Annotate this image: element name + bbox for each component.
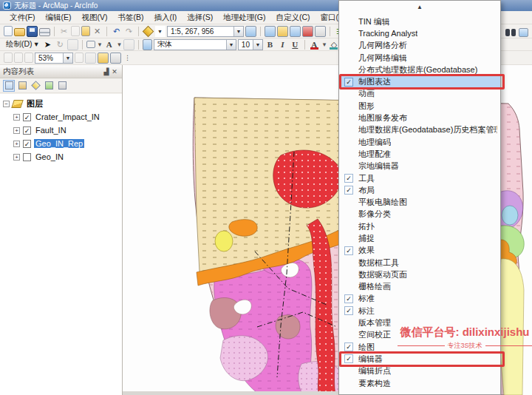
- context-menu-item[interactable]: 地理编码: [339, 136, 500, 148]
- toc-layer-row[interactable]: +Geo_IN: [0, 150, 122, 163]
- paste-icon[interactable]: [81, 26, 90, 36]
- italic-button[interactable]: I: [277, 39, 288, 50]
- shape-dropdown-icon[interactable]: ▾: [97, 41, 103, 48]
- editor-toolbar-icon[interactable]: [245, 26, 256, 37]
- map-scale-combo[interactable]: 1:5, 267, 956 ▼: [167, 26, 244, 37]
- python-window-icon[interactable]: [315, 26, 326, 37]
- context-menu-item[interactable]: ✓制图表达: [339, 75, 500, 87]
- list-by-source-icon[interactable]: [16, 80, 28, 92]
- delete-icon[interactable]: ✕: [92, 26, 103, 37]
- menubar-item[interactable]: 插入(I): [149, 11, 182, 24]
- font-color-dropdown-icon[interactable]: ▾: [321, 41, 327, 48]
- font-size-dropdown-icon[interactable]: ▼: [253, 40, 262, 50]
- underline-button[interactable]: U: [290, 39, 301, 50]
- collapse-icon[interactable]: −: [3, 101, 10, 107]
- context-menu-item[interactable]: 数据框工具: [339, 257, 500, 269]
- toc-layer-row[interactable]: +✓Geo_IN_Rep: [0, 137, 122, 150]
- context-menu-item[interactable]: Tracking Analyst: [339, 27, 500, 39]
- context-menu-item[interactable]: ✓标注: [339, 305, 500, 317]
- menubar-item[interactable]: 文件(F): [4, 11, 40, 24]
- expand-icon[interactable]: +: [13, 141, 20, 147]
- expand-icon[interactable]: +: [13, 127, 20, 134]
- find-icon[interactable]: [505, 29, 516, 36]
- new-document-icon[interactable]: [4, 26, 13, 36]
- toc-layer-row[interactable]: +✓Fault_IN: [0, 124, 122, 137]
- context-menu-item[interactable]: 平板电脑绘图: [339, 196, 500, 208]
- context-menu-item[interactable]: 影像分类: [339, 209, 500, 220]
- layer-label[interactable]: Crater_Impact_IN: [34, 112, 101, 121]
- toc-layer-row[interactable]: +✓Crater_Impact_IN: [0, 110, 122, 124]
- context-menu-item[interactable]: 几何网络编辑: [339, 52, 500, 64]
- change-layout-icon[interactable]: [98, 53, 109, 64]
- context-menu-item[interactable]: 拓扑: [339, 220, 500, 232]
- go-to-xy-icon[interactable]: [519, 28, 528, 37]
- open-icon[interactable]: [14, 28, 25, 36]
- menu-scroll-up-icon[interactable]: ▲: [339, 4, 500, 13]
- select-elements-icon[interactable]: ➤: [42, 39, 53, 50]
- layer-label[interactable]: Geo_IN_Rep: [34, 139, 84, 148]
- save-icon[interactable]: [27, 26, 38, 37]
- expand-icon[interactable]: +: [13, 114, 20, 121]
- context-menu-item[interactable]: 版本管理: [339, 317, 500, 328]
- toc-pin-icon[interactable]: ▟: [103, 68, 110, 75]
- layer-visibility-checkbox[interactable]: ✓: [23, 140, 31, 148]
- context-menu-item[interactable]: 宗地编辑器: [339, 161, 500, 172]
- context-menu-item[interactable]: 地理配准: [339, 148, 500, 160]
- context-menu-item[interactable]: 地图服务发布: [339, 112, 500, 124]
- page-zoom-dropdown-icon[interactable]: ▼: [63, 53, 72, 63]
- toc-close-icon[interactable]: ✕: [110, 68, 119, 75]
- list-by-selection-icon[interactable]: [43, 80, 55, 92]
- context-menu-item[interactable]: ✓工具: [339, 172, 500, 184]
- font-name-combo[interactable]: 宋体 ▼: [154, 39, 236, 50]
- context-menu-item[interactable]: 动画: [339, 88, 500, 100]
- context-menu-item[interactable]: 图形: [339, 100, 500, 112]
- context-menu-item[interactable]: ✓布局: [339, 184, 500, 196]
- layer-visibility-checkbox[interactable]: [23, 153, 31, 161]
- font-name-dropdown-icon[interactable]: ▼: [226, 40, 236, 50]
- context-menu-item[interactable]: ✓编辑器: [339, 353, 500, 365]
- menubar-item[interactable]: 编辑(E): [40, 11, 76, 24]
- add-data-icon[interactable]: [143, 26, 154, 37]
- context-menu-item[interactable]: 捕捉: [339, 232, 500, 244]
- layer-visibility-checkbox[interactable]: ✓: [23, 126, 31, 135]
- toc-root-row[interactable]: − 图层: [0, 97, 122, 110]
- expand-icon[interactable]: +: [13, 154, 20, 161]
- horizontal-scrollbar[interactable]: [123, 391, 338, 395]
- layout-overflow-icon[interactable]: ⋮: [123, 54, 132, 61]
- data-driven-page-icon[interactable]: [110, 53, 121, 64]
- layer-label[interactable]: Fault_IN: [34, 126, 68, 135]
- page-zoom-combo[interactable]: 53% ▼: [35, 53, 73, 64]
- menubar-item[interactable]: 自定义(C): [271, 11, 316, 24]
- catalog-icon[interactable]: [277, 26, 288, 37]
- text-dropdown-icon[interactable]: ▾: [116, 41, 122, 48]
- context-menu-item[interactable]: ✓标准: [339, 293, 500, 305]
- layer-visibility-checkbox[interactable]: ✓: [23, 113, 31, 121]
- add-data-dropdown[interactable]: ▼: [155, 26, 166, 37]
- toc-options-icon[interactable]: [56, 80, 68, 92]
- context-menu-item[interactable]: 几何网络分析: [339, 40, 500, 52]
- draw-menu-button[interactable]: 绘制(D) ▾: [4, 39, 41, 50]
- shape-tool-icon[interactable]: [86, 41, 95, 48]
- arctoolbox-icon[interactable]: [302, 26, 313, 37]
- list-by-drawing-order-icon[interactable]: [3, 80, 15, 92]
- context-menu-item[interactable]: 地理数据库(Geodatabase)历史档案管理: [339, 124, 500, 136]
- context-menu-item[interactable]: ✓效果: [339, 245, 500, 257]
- undo-icon[interactable]: ↶: [111, 26, 122, 37]
- table-of-contents-icon[interactable]: [265, 26, 276, 37]
- layer-label[interactable]: Geo_IN: [34, 152, 65, 161]
- context-menu-item[interactable]: 空间校正: [339, 329, 500, 341]
- search-icon[interactable]: [290, 26, 301, 37]
- context-menu-item[interactable]: ✓绘图: [339, 341, 500, 353]
- text-tool-icon[interactable]: A: [103, 39, 115, 50]
- context-menu-item[interactable]: 要素构造: [339, 377, 500, 389]
- menubar-item[interactable]: 选择(S): [182, 11, 218, 24]
- context-menu-item[interactable]: TIN 编辑: [339, 16, 500, 27]
- menubar-item[interactable]: 地理处理(G): [218, 11, 270, 24]
- list-by-visibility-icon[interactable]: [30, 80, 41, 92]
- font-size-combo[interactable]: 10 ▼: [238, 39, 263, 50]
- bold-button[interactable]: B: [265, 39, 276, 50]
- context-menu-item[interactable]: 分布式地理数据库(Geodatabase): [339, 64, 500, 75]
- context-menu-item[interactable]: 栅格绘画: [339, 281, 500, 293]
- menubar-item[interactable]: 视图(V): [76, 11, 112, 24]
- map-scale-dropdown-icon[interactable]: ▼: [233, 27, 243, 36]
